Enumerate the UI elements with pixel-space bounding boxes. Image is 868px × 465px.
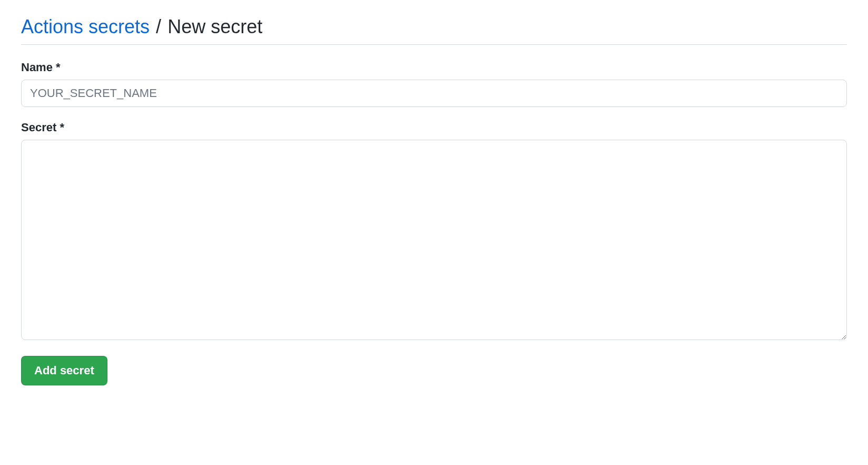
add-secret-button[interactable]: Add secret (21, 356, 107, 385)
secret-label: Secret * (21, 121, 847, 134)
name-label: Name * (21, 61, 847, 74)
form-group-name: Name * (21, 61, 847, 107)
page-header: Actions secrets / New secret (21, 16, 847, 45)
breadcrumb-link-actions-secrets[interactable]: Actions secrets (21, 16, 150, 37)
breadcrumb-separator: / (156, 16, 161, 37)
form-group-secret: Secret * (21, 121, 847, 342)
name-input[interactable] (21, 80, 847, 107)
breadcrumb-current: New secret (167, 16, 262, 37)
secret-textarea[interactable] (21, 140, 847, 340)
